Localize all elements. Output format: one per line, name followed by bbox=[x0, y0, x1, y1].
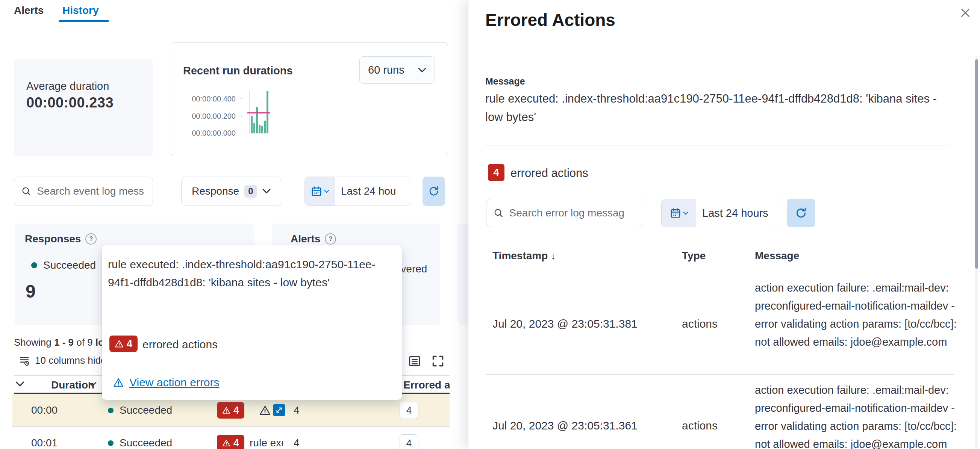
succeeded-count: 9 bbox=[25, 281, 36, 302]
cell-errored-actions: 4 bbox=[399, 394, 418, 427]
display-options-button[interactable] bbox=[407, 354, 422, 369]
close-button[interactable] bbox=[957, 5, 974, 21]
y-tick-label: 00:00:00.200 bbox=[191, 112, 236, 121]
column-header-message[interactable]: Message bbox=[755, 250, 799, 262]
chevron-down-icon bbox=[418, 68, 426, 73]
event-log-search-input[interactable] bbox=[14, 176, 153, 206]
popover-divider bbox=[102, 370, 402, 370]
run-duration-bar bbox=[251, 116, 253, 133]
expand-cell-button[interactable] bbox=[273, 404, 285, 416]
cell-message: action execution failure: .email:mail-de… bbox=[755, 279, 967, 351]
scrollbar-thumb[interactable] bbox=[975, 59, 978, 269]
chevron-down-icon[interactable] bbox=[16, 381, 24, 387]
run-duration-chart bbox=[248, 91, 270, 133]
run-duration-bar bbox=[264, 121, 266, 133]
run-duration-bar bbox=[261, 126, 263, 133]
run-duration-bar bbox=[256, 107, 258, 133]
expand-icon bbox=[275, 406, 283, 414]
success-dot-icon bbox=[31, 262, 37, 268]
column-header-errored-actions[interactable]: Errored actions bbox=[403, 379, 450, 391]
view-action-errors-link[interactable]: View action errors bbox=[129, 376, 220, 389]
error-log-search-input[interactable] bbox=[486, 199, 643, 227]
fullscreen-icon bbox=[431, 354, 445, 368]
column-header-timestamp[interactable]: Timestamp ↓ bbox=[492, 250, 556, 262]
success-dot-icon bbox=[108, 440, 113, 446]
average-duration-label: Average duration bbox=[26, 80, 109, 92]
cell-duration: 00:01 bbox=[31, 427, 57, 449]
errored-count-pill: 4 bbox=[399, 401, 418, 419]
y-tick-mark bbox=[239, 133, 243, 133]
timestamp-header-label: Timestamp bbox=[492, 250, 548, 262]
date-range-value[interactable]: Last 24 hours bbox=[696, 207, 768, 219]
alerts-card-title: Alerts bbox=[291, 233, 320, 245]
help-icon[interactable]: ? bbox=[325, 233, 336, 244]
date-range-value[interactable]: Last 24 hou bbox=[335, 185, 396, 197]
table-row[interactable]: 00:01 Succeeded 4 rule executed: .index-… bbox=[13, 427, 450, 449]
cell-triggered-actions: 4 bbox=[294, 427, 300, 449]
refresh-button[interactable] bbox=[787, 199, 815, 227]
refresh-icon bbox=[428, 185, 440, 197]
search-icon bbox=[493, 207, 504, 219]
run-duration-bar bbox=[253, 123, 255, 133]
tab-alerts[interactable]: Alerts bbox=[14, 5, 44, 16]
success-dot-icon bbox=[108, 408, 113, 413]
average-duration-value: 00:00:00.233 bbox=[26, 95, 113, 111]
calendar-icon bbox=[311, 186, 322, 197]
cell-duration: 00:00 bbox=[31, 394, 57, 427]
cell-type: actions bbox=[682, 419, 718, 432]
response-filter-button[interactable]: Response 0 bbox=[181, 176, 281, 206]
close-icon bbox=[960, 8, 970, 18]
flyout-table-header-divider bbox=[486, 271, 954, 271]
chevron-down-icon[interactable] bbox=[88, 382, 97, 387]
sort-desc-icon: ↓ bbox=[551, 250, 556, 262]
responses-card-title: Responses bbox=[25, 233, 81, 245]
avg-duration-line bbox=[247, 112, 270, 113]
refresh-button[interactable] bbox=[423, 176, 445, 206]
response-label: Succeeded bbox=[119, 404, 172, 416]
response-filter-label: Response bbox=[192, 185, 239, 197]
response-filter-count: 0 bbox=[244, 185, 257, 198]
flyout-title: Errored Actions bbox=[485, 10, 616, 30]
flyout-header-divider bbox=[468, 55, 980, 55]
y-tick-mark bbox=[239, 116, 243, 116]
errored-actions-badge: 4 bbox=[217, 402, 244, 419]
errored-badge-count: 4 bbox=[127, 338, 132, 350]
flyout-divider bbox=[485, 145, 950, 145]
warning-icon[interactable] bbox=[259, 405, 270, 416]
view-action-errors-row[interactable]: View action errors bbox=[113, 376, 220, 389]
y-tick-mark bbox=[239, 98, 243, 99]
errored-actions-label: errored actions bbox=[142, 338, 218, 351]
date-picker-quick-select[interactable] bbox=[305, 177, 335, 206]
column-header-duration[interactable]: Duration bbox=[51, 379, 94, 391]
flyout-table-row-divider bbox=[486, 374, 954, 374]
runs-count-value: 60 runs bbox=[368, 64, 404, 76]
chevron-down-icon bbox=[683, 211, 688, 215]
help-icon[interactable]: ? bbox=[85, 233, 97, 244]
response-label: Succeeded bbox=[119, 437, 172, 449]
date-picker-quick-select[interactable] bbox=[662, 199, 696, 227]
column-header-type[interactable]: Type bbox=[682, 250, 706, 262]
succeeded-label: Succeeded bbox=[43, 259, 96, 271]
showing-prefix: Showing bbox=[14, 337, 54, 348]
cell-timestamp: Jul 20, 2023 @ 23:05:31.361 bbox=[492, 419, 638, 432]
page: Alerts History Average duration 00:00:00… bbox=[0, 0, 980, 449]
date-range-picker[interactable]: Last 24 hours bbox=[661, 199, 779, 227]
fullscreen-button[interactable] bbox=[430, 354, 445, 369]
warning-icon bbox=[113, 377, 124, 388]
responses-card-title-row: Responses ? bbox=[25, 233, 97, 245]
errored-actions-flyout: Errored Actions Message rule executed: .… bbox=[468, 0, 980, 449]
date-range-picker[interactable]: Last 24 hou bbox=[304, 176, 411, 206]
event-log-search-field[interactable] bbox=[37, 185, 153, 197]
cell-errored-actions: 4 bbox=[399, 427, 418, 449]
cell-type: actions bbox=[682, 317, 718, 330]
runs-count-select[interactable]: 60 runs bbox=[360, 56, 435, 84]
message-text: rule executed: .index-threshold:aa91c190… bbox=[250, 437, 283, 449]
errored-actions-badge: 4 bbox=[110, 336, 138, 352]
succeeded-row: Succeeded bbox=[31, 259, 96, 271]
tab-history[interactable]: History bbox=[62, 5, 99, 16]
error-log-search-field[interactable] bbox=[509, 207, 643, 219]
popover-message: rule executed: .index-threshold:aa91c190… bbox=[108, 255, 389, 292]
cell-message[interactable]: 4 rule executed: .index-threshold:aa91c1… bbox=[217, 427, 283, 449]
alerts-card-title-row: Alerts ? bbox=[291, 233, 336, 245]
y-tick-label: 00:00:00.000 bbox=[191, 129, 236, 138]
